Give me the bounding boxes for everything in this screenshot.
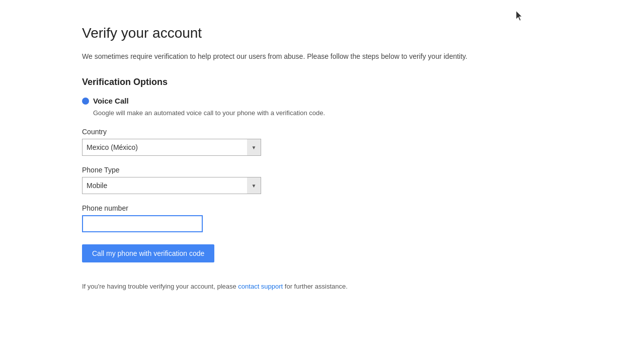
country-select[interactable]: Mexico (México) United States Canada Uni… <box>82 139 261 156</box>
footer-text-after-link: for further assistance. <box>283 283 348 290</box>
phone-type-field-group: Phone Type Mobile Landline <box>82 166 562 204</box>
voice-call-description: Google will make an automated voice call… <box>93 109 562 117</box>
country-field-group: Country Mexico (México) United States Ca… <box>82 128 562 166</box>
page-title: Verify your account <box>82 25 562 41</box>
page-description: We sometimes require verification to hel… <box>82 51 545 62</box>
page-container: Verify your account We sometimes require… <box>0 0 644 362</box>
verification-options-heading: Verification Options <box>82 77 562 87</box>
mouse-cursor <box>516 11 523 21</box>
voice-call-radio-row[interactable]: Voice Call <box>82 97 562 105</box>
contact-support-link[interactable]: contact support <box>238 283 283 290</box>
phone-number-label: Phone number <box>82 204 562 212</box>
phone-type-select[interactable]: Mobile Landline <box>82 177 261 194</box>
country-label: Country <box>82 128 562 136</box>
submit-button[interactable]: Call my phone with verification code <box>82 244 214 262</box>
phone-number-input[interactable] <box>82 215 203 232</box>
voice-call-label: Voice Call <box>93 97 129 105</box>
footer-text: If you're having trouble verifying your … <box>82 283 562 290</box>
phone-type-select-wrapper: Mobile Landline <box>82 177 261 194</box>
phone-type-label: Phone Type <box>82 166 562 174</box>
phone-number-field-group: Phone number <box>82 204 562 232</box>
radio-button-selected <box>82 98 89 105</box>
footer-text-before-link: If you're having trouble verifying your … <box>82 283 238 290</box>
country-select-wrapper: Mexico (México) United States Canada Uni… <box>82 139 261 156</box>
